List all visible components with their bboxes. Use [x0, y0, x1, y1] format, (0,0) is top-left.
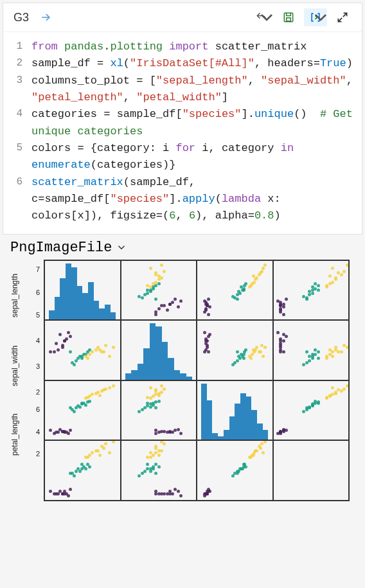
line-number: 1 [3, 39, 31, 55]
matrix-cell [44, 380, 121, 441]
matrix-cell [121, 320, 197, 380]
output-type-button[interactable] [304, 8, 327, 26]
line-number: 6 [3, 174, 31, 225]
matrix-cell [44, 440, 121, 501]
line-number: 3 [3, 73, 31, 107]
python-in-excel-editor: G3 1from pandas.plotting import scatter_… [3, 3, 362, 235]
chevron-down-icon [116, 242, 127, 253]
chevron-down-icon [314, 11, 327, 24]
undo-button[interactable] [250, 8, 273, 26]
output-type-text: PngImageFile [10, 240, 112, 256]
save-icon [282, 11, 295, 24]
go-to-cell-button[interactable] [39, 8, 52, 26]
editor-header: G3 [3, 3, 362, 32]
line-number: 5 [3, 140, 31, 174]
matrix-cell [273, 440, 350, 501]
line-number: 2 [3, 55, 31, 72]
matrix-cell [197, 320, 273, 380]
code-text: from pandas.plotting import scatter_matr… [31, 39, 362, 55]
matrix-cell [44, 320, 121, 380]
matrix-cell [273, 380, 350, 441]
output-type-label[interactable]: PngImageFile [0, 237, 365, 257]
matrix-cell [44, 260, 121, 321]
arrow-right-icon [39, 11, 52, 24]
matrix-cell [121, 440, 197, 501]
code-text: colors = {category: i for i, category in… [31, 140, 362, 174]
code-area[interactable]: 1from pandas.plotting import scatter_mat… [3, 32, 362, 234]
plot-output: sepal_length sepal_width petal_length 7 … [0, 257, 365, 508]
line-number: 4 [3, 106, 31, 140]
matrix-cell [121, 260, 197, 321]
matrix-cell [273, 320, 350, 380]
expand-icon [336, 11, 349, 24]
svg-rect-0 [284, 13, 292, 21]
matrix-cell [197, 440, 273, 501]
svg-rect-1 [287, 18, 291, 21]
y-axis-label: sepal_width [10, 332, 23, 400]
y-ticks: 7 6 5 [26, 260, 42, 332]
y-ticks: 6 4 2 [26, 400, 42, 469]
matrix-cell [197, 380, 273, 441]
matrix-cell [197, 260, 273, 321]
code-text: sample_df = xl("IrisDataSet[#All]", head… [31, 55, 362, 72]
scatter-matrix [44, 260, 350, 501]
code-text: categories = sample_df["species"].unique… [31, 106, 362, 140]
code-text: scatter_matrix(sample_df, c=sample_df["s… [31, 174, 362, 225]
expand-button[interactable] [334, 8, 352, 26]
save-button[interactable] [280, 8, 298, 26]
matrix-cell [121, 380, 197, 441]
y-axis-label: sepal_length [10, 260, 23, 332]
chevron-down-icon [260, 11, 273, 24]
code-text: columns_to_plot = ["sepal_length", "sepa… [31, 73, 362, 107]
y-ticks: 4 3 2 [26, 332, 42, 400]
y-axis-label: petal_length [10, 400, 23, 469]
matrix-cell [273, 260, 350, 321]
cell-reference: G3 [13, 11, 29, 24]
